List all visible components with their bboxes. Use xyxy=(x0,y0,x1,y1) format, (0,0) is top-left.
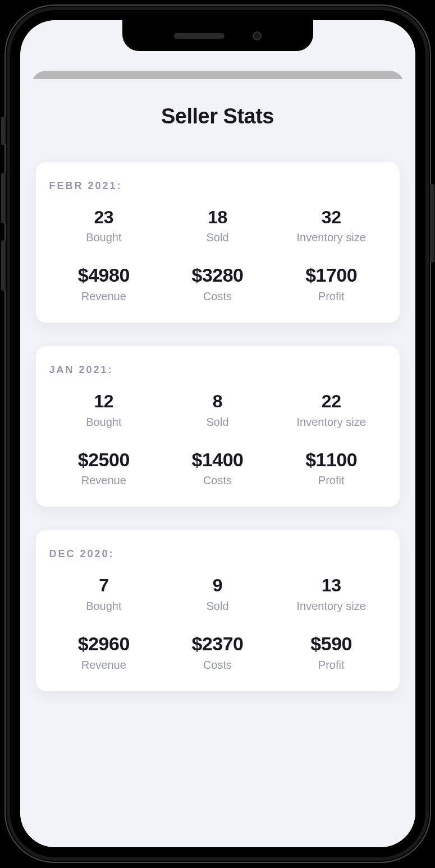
screen: Seller Stats FEBR 2021: 23 Bought 18 Sol… xyxy=(20,20,415,847)
stat-value-profit: $1100 xyxy=(277,448,386,471)
stat-value-bought: 7 xyxy=(49,575,159,596)
stat-inventory: 32 Inventory size xyxy=(277,206,386,245)
stat-row-counts: 23 Bought 18 Sold 32 Inventory size xyxy=(49,206,386,245)
stat-value-revenue: $4980 xyxy=(49,264,159,287)
stat-value-inventory: 22 xyxy=(277,391,386,412)
stat-value-costs: $1400 xyxy=(163,448,272,471)
stat-label-bought: Bought xyxy=(49,599,159,613)
stat-profit: $1100 Profit xyxy=(277,448,386,488)
volume-down-button xyxy=(1,240,6,291)
stats-card[interactable]: JAN 2021: 12 Bought 8 Sold 22 Inventory xyxy=(36,346,400,507)
stat-value-inventory: 32 xyxy=(277,206,386,228)
stat-revenue: $2960 Revenue xyxy=(49,632,159,672)
stat-bought: 7 Bought xyxy=(49,575,159,613)
stat-bought: 12 Bought xyxy=(49,391,159,429)
stat-value-profit: $590 xyxy=(277,632,386,655)
stat-row-money: $2500 Revenue $1400 Costs $1100 Profit xyxy=(49,448,386,488)
stat-label-profit: Profit xyxy=(277,289,386,304)
stat-row-counts: 7 Bought 9 Sold 13 Inventory size xyxy=(49,575,386,613)
period-label: FEBR 2021: xyxy=(49,180,386,192)
stat-row-money: $2960 Revenue $2370 Costs $590 Profit xyxy=(49,632,386,672)
stat-value-costs: $3280 xyxy=(163,264,272,287)
stat-sold: 9 Sold xyxy=(163,575,272,613)
front-camera xyxy=(253,31,262,40)
stat-label-bought: Bought xyxy=(49,230,159,245)
stat-value-profit: $1700 xyxy=(277,264,386,287)
stat-value-sold: 8 xyxy=(163,391,272,412)
stat-value-bought: 23 xyxy=(49,206,159,228)
stat-inventory: 22 Inventory size xyxy=(277,391,386,429)
stat-profit: $590 Profit xyxy=(277,632,386,672)
stat-label-revenue: Revenue xyxy=(49,289,159,304)
stat-costs: $3280 Costs xyxy=(163,264,272,304)
stat-label-costs: Costs xyxy=(163,289,272,304)
stat-label-revenue: Revenue xyxy=(49,658,159,672)
stat-inventory: 13 Inventory size xyxy=(277,575,386,613)
stat-label-sold: Sold xyxy=(163,415,272,429)
stat-value-inventory: 13 xyxy=(277,575,386,596)
stat-revenue: $2500 Revenue xyxy=(49,448,159,488)
stat-value-sold: 18 xyxy=(163,206,272,228)
stat-revenue: $4980 Revenue xyxy=(49,264,159,304)
stat-value-costs: $2370 xyxy=(163,632,272,655)
volume-up-button xyxy=(1,173,6,223)
stat-sold: 8 Sold xyxy=(163,391,272,429)
stat-costs: $2370 Costs xyxy=(163,632,272,672)
stat-row-money: $4980 Revenue $3280 Costs $1700 Profit xyxy=(49,264,386,304)
stat-sold: 18 Sold xyxy=(163,206,272,245)
stat-label-inventory: Inventory size xyxy=(277,230,386,245)
mute-switch xyxy=(1,117,6,145)
modal-sheet[interactable]: Seller Stats FEBR 2021: 23 Bought 18 Sol… xyxy=(20,79,415,847)
stat-row-counts: 12 Bought 8 Sold 22 Inventory size xyxy=(49,391,386,429)
stat-label-profit: Profit xyxy=(277,473,386,488)
period-label: DEC 2020: xyxy=(49,548,386,560)
stat-label-inventory: Inventory size xyxy=(277,599,386,613)
stat-value-sold: 9 xyxy=(163,575,272,596)
stat-costs: $1400 Costs xyxy=(163,448,272,488)
stat-value-revenue: $2500 xyxy=(49,448,159,471)
phone-frame: Seller Stats FEBR 2021: 23 Bought 18 Sol… xyxy=(4,4,431,863)
stat-label-costs: Costs xyxy=(163,473,272,488)
stat-label-inventory: Inventory size xyxy=(277,415,386,429)
period-label: JAN 2021: xyxy=(49,364,386,376)
stat-label-bought: Bought xyxy=(49,415,159,429)
stats-card[interactable]: FEBR 2021: 23 Bought 18 Sold 32 Invento xyxy=(36,162,400,323)
stat-value-revenue: $2960 xyxy=(49,632,159,655)
speaker xyxy=(174,33,225,39)
stat-label-revenue: Revenue xyxy=(49,473,159,488)
notch xyxy=(122,20,313,51)
phone-inner-frame: Seller Stats FEBR 2021: 23 Bought 18 Sol… xyxy=(10,10,425,857)
page-title: Seller Stats xyxy=(36,104,400,128)
stat-bought: 23 Bought xyxy=(49,206,159,245)
stat-value-bought: 12 xyxy=(49,391,159,412)
stats-card[interactable]: DEC 2020: 7 Bought 9 Sold 13 Inventory xyxy=(36,530,400,691)
stat-label-profit: Profit xyxy=(277,658,386,672)
stat-label-sold: Sold xyxy=(163,230,272,245)
stat-label-costs: Costs xyxy=(163,658,272,672)
stat-label-sold: Sold xyxy=(163,599,272,613)
power-button xyxy=(430,184,434,263)
stat-profit: $1700 Profit xyxy=(277,264,386,304)
